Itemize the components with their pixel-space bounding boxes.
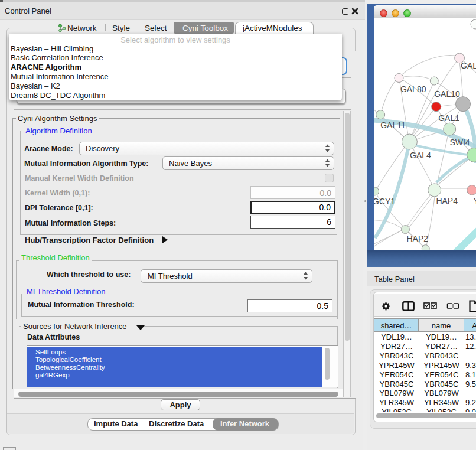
svg-text:GAL4: GAL4 bbox=[410, 151, 431, 160]
svg-text:YM: YM bbox=[474, 197, 476, 206]
svg-text:HAP2: HAP2 bbox=[407, 234, 429, 243]
svg-text:SWI4: SWI4 bbox=[449, 138, 470, 147]
svg-text:GAL10: GAL10 bbox=[434, 89, 460, 99]
svg-text:GAL11: GAL11 bbox=[380, 120, 406, 130]
svg-text:GAL80: GAL80 bbox=[400, 84, 426, 94]
svg-text:GCY1: GCY1 bbox=[374, 197, 395, 206]
svg-text:HAP4: HAP4 bbox=[436, 196, 458, 206]
svg-text:GAL1: GAL1 bbox=[438, 113, 459, 123]
svg-text:GAL2: GAL2 bbox=[461, 61, 476, 70]
